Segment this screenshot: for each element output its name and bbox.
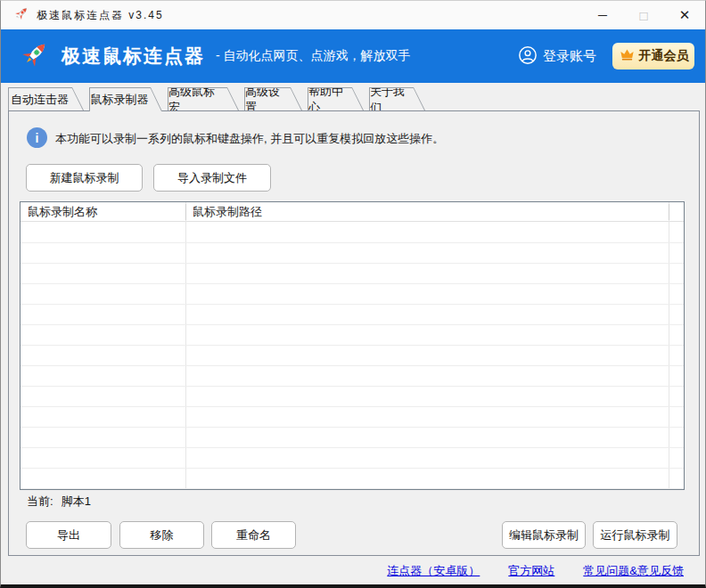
- app-header: 极速鼠标连点器 - 自动化点网页、点游戏，解放双手 登录账号 开通会员: [1, 29, 705, 83]
- link-faq-feedback[interactable]: 常见问题&意见反馈: [583, 563, 684, 579]
- maximize-button[interactable]: □: [623, 1, 664, 29]
- import-file-button[interactable]: 导入录制文件: [153, 164, 271, 192]
- login-label: 登录账号: [543, 48, 596, 65]
- tab-bar: 自动连击器 鼠标录制器 高级鼠标宏 高级设置 帮助中心 关于我们: [1, 87, 705, 110]
- current-value: 脚本1: [62, 494, 91, 510]
- tab-advanced-macro[interactable]: 高级鼠标宏: [168, 87, 239, 110]
- tab-auto-clicker[interactable]: 自动连击器: [8, 87, 84, 110]
- link-official-site[interactable]: 官方网站: [508, 563, 554, 579]
- crown-icon: [619, 46, 636, 66]
- export-button[interactable]: 导出: [26, 521, 111, 549]
- login-account[interactable]: 登录账号: [518, 45, 596, 68]
- column-header-name[interactable]: 鼠标录制名称: [28, 202, 97, 222]
- tab-help-center[interactable]: 帮助中心: [308, 87, 364, 110]
- table-body-empty: [21, 223, 684, 489]
- remove-button[interactable]: 移除: [119, 521, 204, 549]
- recordings-table: 鼠标录制名称 鼠标录制路径: [20, 201, 685, 490]
- info-icon: i: [27, 127, 47, 148]
- title-bar: 极速鼠标连点器 v3.45 ─ □ ✕: [1, 1, 705, 29]
- app-window: 极速鼠标连点器 v3.45 ─ □ ✕ 极速鼠标连点器 - 自动化点网页、点游戏…: [0, 0, 706, 588]
- current-label: 当前:: [27, 494, 53, 510]
- column-header-path[interactable]: 鼠标录制路径: [193, 202, 262, 222]
- link-android-clicker[interactable]: 连点器（安卓版）: [387, 563, 480, 579]
- open-vip-button[interactable]: 开通会员: [612, 43, 694, 69]
- close-button[interactable]: ✕: [664, 1, 705, 29]
- rename-button[interactable]: 重命名: [211, 521, 296, 549]
- app-name: 极速鼠标连点器: [62, 44, 205, 69]
- tab-advanced-settings[interactable]: 高级设置: [244, 87, 302, 110]
- edit-recording-button[interactable]: 编辑鼠标录制: [502, 521, 586, 549]
- tab-mouse-recorder[interactable]: 鼠标录制器: [89, 87, 162, 111]
- footer: 连点器（安卓版） 官方网站 常见问题&意见反馈: [1, 556, 705, 585]
- table-header: 鼠标录制名称 鼠标录制路径: [21, 202, 684, 222]
- recorder-panel: i 本功能可以录制一系列的鼠标和键盘操作, 并且可以重复模拟回放这些操作。 新建…: [8, 110, 700, 556]
- info-text: 本功能可以录制一系列的鼠标和键盘操作, 并且可以重复模拟回放这些操作。: [55, 131, 444, 147]
- tab-about-us[interactable]: 关于我们: [369, 87, 425, 110]
- new-recording-button[interactable]: 新建鼠标录制: [26, 164, 143, 192]
- window-title: 极速鼠标连点器 v3.45: [37, 8, 164, 23]
- window-controls: ─ □ ✕: [582, 1, 705, 29]
- run-recording-button[interactable]: 运行鼠标录制: [593, 521, 677, 549]
- vip-label: 开通会员: [639, 48, 689, 64]
- current-script-status: 当前: 脚本1: [27, 494, 91, 510]
- user-circle-icon: [518, 45, 538, 68]
- rocket-app-icon: [13, 5, 29, 25]
- app-tagline: - 自动化点网页、点游戏，解放双手: [216, 48, 411, 64]
- minimize-button[interactable]: ─: [582, 1, 623, 29]
- rocket-logo-icon: [19, 38, 51, 74]
